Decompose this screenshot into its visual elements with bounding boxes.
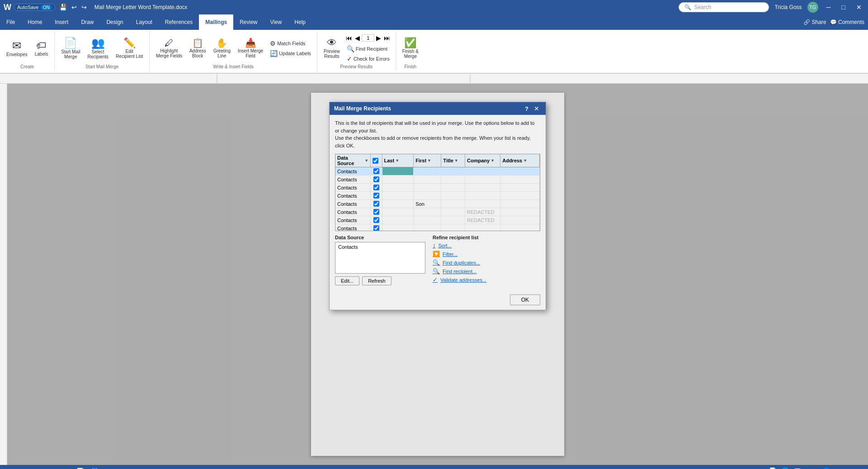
refresh-button[interactable]: Refresh	[362, 276, 392, 285]
sort-arrow-title: ▼	[454, 158, 458, 163]
col-header-company[interactable]: Company ▼	[465, 154, 500, 167]
cell-check[interactable]	[371, 216, 382, 224]
cell-datasource: Contacts	[335, 224, 371, 231]
table-row[interactable]: Contacts REDACTED	[335, 208, 540, 216]
cell-last	[382, 216, 414, 224]
nav-next-button[interactable]: ▶	[375, 33, 382, 43]
tab-home[interactable]: Home	[21, 14, 48, 30]
check-errors-button[interactable]: ✓ Check for Errors	[344, 54, 392, 63]
modal-help-button[interactable]: ?	[525, 105, 528, 112]
tab-layout[interactable]: Layout	[130, 14, 159, 30]
insert-merge-field-button[interactable]: 📥 Insert MergeField	[235, 37, 266, 60]
cell-title	[441, 192, 465, 199]
find-duplicates-link[interactable]: 🔍 Find duplicates...	[433, 259, 540, 266]
modal-bottom-section: Data Source Contacts Edit... Refresh R	[335, 231, 540, 287]
tab-draw[interactable]: Draw	[75, 14, 100, 30]
find-recipient-link[interactable]: 🔍 Find recipient...	[433, 268, 540, 275]
table-row[interactable]: Contacts	[335, 167, 540, 175]
share-button[interactable]: 🔗 Share	[803, 19, 826, 25]
select-recipients-button[interactable]: 👥 SelectRecipients	[85, 36, 111, 61]
sort-arrow-last: ▼	[395, 158, 399, 163]
group-start-mail-merge-label: Start Mail Merge	[85, 63, 118, 69]
tab-help[interactable]: Help	[288, 14, 312, 30]
edit-recipient-list-button[interactable]: ✏️ EditRecipient List	[113, 37, 146, 60]
update-labels-button[interactable]: 🔄 Update Labels	[268, 49, 313, 58]
track-changes-icon[interactable]: 📝	[77, 468, 84, 469]
tab-mailings[interactable]: Mailings	[199, 14, 233, 30]
view-read-icon[interactable]: 📖	[793, 467, 801, 469]
close-button[interactable]: ✕	[854, 3, 864, 12]
tab-design[interactable]: Design	[100, 14, 129, 30]
cell-first: Son	[414, 200, 441, 208]
find-duplicates-label: Find duplicates...	[443, 260, 480, 265]
user-avatar[interactable]: TG	[807, 2, 818, 13]
validate-addresses-link[interactable]: ✓ Validate addresses...	[433, 276, 540, 283]
undo-icon[interactable]: ↩	[70, 3, 78, 12]
accessibility-icon[interactable]: ♿	[91, 468, 99, 469]
cell-check[interactable]	[371, 184, 382, 191]
cell-check[interactable]	[371, 200, 382, 208]
start-mail-merge-button[interactable]: 📄 Start MailMerge	[58, 36, 83, 61]
find-recipient-button[interactable]: 🔍 Find Recipient	[344, 44, 392, 53]
nav-prev-button[interactable]: ◀	[354, 33, 361, 43]
redo-icon[interactable]: ↪	[80, 3, 88, 12]
cell-address	[500, 167, 540, 175]
table-header: Data Source ▼ Last ▼ First	[335, 154, 540, 167]
tab-file[interactable]: File	[0, 14, 21, 30]
ok-button[interactable]: OK	[510, 294, 540, 305]
labels-button[interactable]: 🏷 Labels	[32, 39, 51, 58]
table-row[interactable]: Contacts REDACTED	[335, 216, 540, 224]
match-fields-button[interactable]: ⚙ Match Fields	[268, 39, 313, 48]
sort-link[interactable]: ↕ Sort...	[433, 242, 540, 249]
view-web-icon[interactable]: 🌐	[781, 467, 789, 469]
comments-button[interactable]: 💬 Comments	[830, 19, 864, 25]
finish-merge-button[interactable]: ✅ Finish &Merge	[400, 37, 421, 60]
table-row[interactable]: Contacts Son	[335, 200, 540, 208]
restore-button[interactable]: □	[839, 3, 848, 12]
filter-link[interactable]: 🔽 Filter...	[433, 251, 540, 257]
col-header-datasource[interactable]: Data Source ▼	[335, 154, 371, 167]
status-bar: Page 1 of 1 2 of 214 words 📝 ♿ Focus 📄 🌐…	[0, 465, 868, 469]
col-header-last[interactable]: Last ▼	[382, 154, 414, 167]
autosave-toggle[interactable]: AutoSave ON	[14, 4, 55, 11]
nav-page-input[interactable]	[362, 34, 374, 42]
tab-review[interactable]: Review	[233, 14, 264, 30]
cell-check[interactable]	[371, 175, 382, 183]
ribbon-tabs: File Home Insert Draw Design Layout Refe…	[0, 14, 868, 30]
nav-first-button[interactable]: ⏮	[345, 33, 353, 43]
cell-check[interactable]	[371, 192, 382, 199]
table-row[interactable]: Contacts	[335, 175, 540, 184]
table-row[interactable]: Contacts	[335, 184, 540, 192]
sort-arrow-address: ▼	[523, 158, 527, 163]
preview-results-button[interactable]: 👁 PreviewResults	[321, 37, 343, 60]
search-bar[interactable]: 🔍 Search	[679, 2, 769, 12]
view-print-icon[interactable]: 📄	[769, 467, 777, 469]
tab-references[interactable]: References	[159, 14, 199, 30]
greeting-line-button[interactable]: ✋ GreetingLine	[211, 37, 233, 60]
address-block-button[interactable]: 📋 AddressBlock	[187, 37, 209, 60]
table-row[interactable]: Contacts	[335, 224, 540, 231]
nav-last-button[interactable]: ⏭	[383, 33, 391, 43]
datasource-item[interactable]: Contacts	[336, 243, 424, 251]
cell-check[interactable]	[371, 167, 382, 175]
select-all-checkbox[interactable]	[373, 158, 378, 164]
edit-recipients-icon: ✏️	[123, 38, 136, 48]
minimize-button[interactable]: ─	[824, 3, 834, 12]
table-row[interactable]: Contacts	[335, 192, 540, 200]
cell-check[interactable]	[371, 224, 382, 231]
datasource-list[interactable]: Contacts	[335, 242, 425, 274]
edit-button[interactable]: Edit...	[335, 276, 359, 285]
tab-insert[interactable]: Insert	[48, 14, 75, 30]
highlight-merge-fields-button[interactable]: 🖊 HighlightMerge Fields	[153, 37, 185, 60]
col-header-first[interactable]: First ▼	[414, 154, 441, 167]
modal-close-button[interactable]: ✕	[532, 105, 541, 112]
envelopes-button[interactable]: ✉ Envelopes	[4, 39, 30, 58]
save-icon[interactable]: 💾	[58, 3, 68, 12]
cell-check[interactable]	[371, 208, 382, 216]
zoom-slider-input[interactable]	[811, 467, 847, 469]
sort-arrow-first: ▼	[427, 158, 431, 163]
col-header-title[interactable]: Title ▼	[441, 154, 465, 167]
tab-view[interactable]: View	[264, 14, 288, 30]
col-header-address[interactable]: Address ▼	[500, 154, 540, 167]
word-logo-icon: W	[4, 3, 11, 12]
